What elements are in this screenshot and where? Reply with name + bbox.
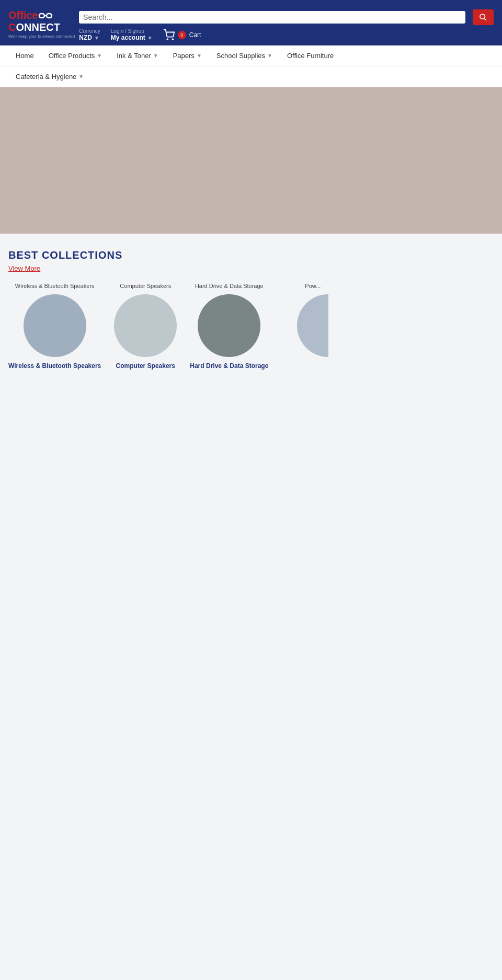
cart-icon (163, 29, 175, 41)
svg-point-5 (167, 39, 168, 40)
search-button[interactable] (473, 9, 494, 25)
nav-office-products[interactable]: Office Products ▼ (41, 45, 110, 66)
collection-name-wireless: Wireless & Bluetooth Speakers (8, 362, 101, 370)
chevron-down-icon: ▼ (97, 53, 102, 59)
collection-circle-power-partial (297, 294, 328, 357)
svg-point-3 (480, 14, 485, 19)
collection-circle-computer (114, 294, 177, 357)
cart-count: 0 (178, 31, 186, 39)
collection-label-top-computer: Computer Speakers (120, 283, 171, 290)
best-collections-title: BEST COLLECTIONS (8, 249, 494, 261)
logo-tagline: We'll keep your business connected (8, 34, 75, 39)
collection-computer-speakers[interactable]: Computer Speakers Computer Speakers (111, 283, 179, 370)
nav-home[interactable]: Home (8, 45, 41, 66)
collection-circle-harddrive (198, 294, 260, 357)
chevron-down-icon: ▼ (197, 53, 202, 59)
login-signup-label: Login / Signup (111, 28, 153, 34)
hero-banner (0, 87, 502, 234)
page-spacer (0, 380, 502, 955)
search-input[interactable] (83, 13, 461, 21)
nav-papers[interactable]: Papers ▼ (166, 45, 209, 66)
currency-value: NZD (79, 34, 92, 41)
svg-line-4 (484, 18, 486, 20)
navbar-row2: Cafeteria & Hygiene ▼ (0, 66, 502, 87)
search-icon (479, 13, 487, 21)
nav-office-furniture[interactable]: Office Furniture (280, 45, 341, 66)
logo-chain-icon (38, 11, 53, 20)
chevron-down-icon: ▼ (153, 53, 158, 59)
account-chevron: ▼ (147, 35, 153, 41)
logo-connect-text: ONNECT (16, 21, 60, 33)
main-content: BEST COLLECTIONS View More Wireless & Bl… (0, 234, 502, 380)
collection-label-top-harddrive: Hard Drive & Data Storage (195, 283, 264, 290)
cart-label: Cart (189, 31, 201, 39)
nav-ink-toner[interactable]: Ink & Toner ▼ (109, 45, 165, 66)
logo[interactable]: Office C ONNECT We'll keep your business… (8, 9, 75, 39)
collection-hard-drive[interactable]: Hard Drive & Data Storage Hard Drive & D… (190, 283, 268, 370)
cart-button[interactable]: 0 Cart (163, 29, 201, 41)
collection-name-harddrive: Hard Drive & Data Storage (190, 362, 268, 370)
nav-school-supplies[interactable]: School Supplies ▼ (209, 45, 280, 66)
svg-point-6 (172, 39, 173, 40)
logo-c-red: C (8, 21, 16, 33)
site-header: Office C ONNECT We'll keep your business… (0, 0, 502, 45)
main-navbar: Home Office Products ▼ Ink & Toner ▼ Pap… (0, 45, 502, 66)
collection-power-partial[interactable]: Pow... (279, 283, 347, 370)
chevron-down-icon: ▼ (78, 74, 84, 79)
currency-chevron: ▼ (94, 35, 99, 41)
collection-label-top-wireless: Wireless & Bluetooth Speakers (15, 283, 95, 290)
currency-label: Currency (79, 28, 100, 34)
nav-cafeteria-hygiene[interactable]: Cafeteria & Hygiene ▼ (8, 66, 91, 87)
svg-rect-1 (47, 14, 52, 18)
collection-name-computer: Computer Speakers (116, 362, 175, 370)
collection-label-top-power: Pow... (305, 283, 321, 290)
logo-office-text: Office (8, 9, 38, 21)
search-bar (79, 11, 465, 24)
account-menu[interactable]: Login / Signup My account ▼ (111, 28, 153, 41)
svg-rect-0 (39, 14, 44, 18)
view-more-link[interactable]: View More (8, 264, 40, 272)
chevron-down-icon: ▼ (267, 53, 272, 59)
currency-selector[interactable]: Currency NZD ▼ (79, 28, 100, 41)
collection-wireless-bluetooth[interactable]: Wireless & Bluetooth Speakers Wireless &… (8, 283, 101, 370)
account-value: My account (111, 34, 145, 41)
collection-circle-wireless (24, 294, 86, 357)
collections-row: Wireless & Bluetooth Speakers Wireless &… (8, 283, 494, 370)
